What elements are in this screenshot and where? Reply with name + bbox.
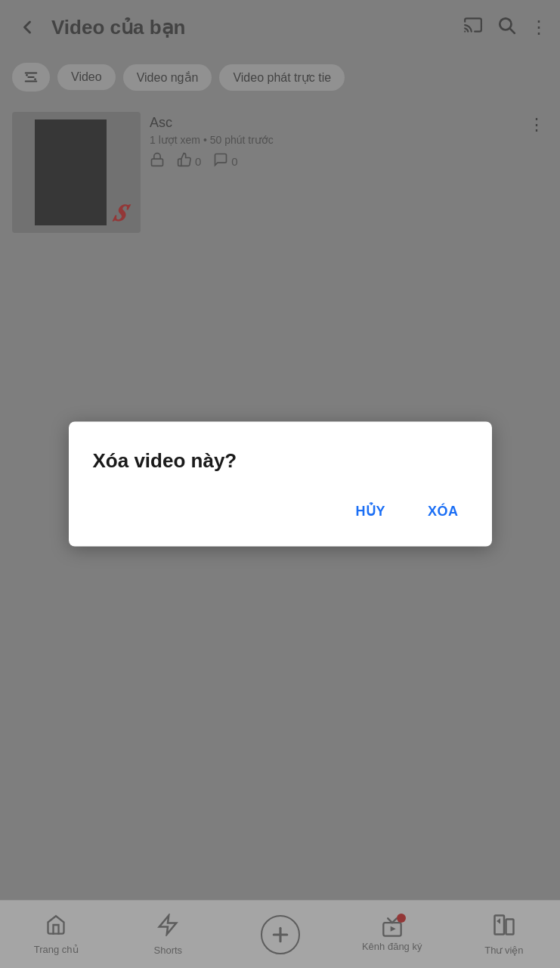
- delete-dialog: Xóa video này? HỦY XÓA: [69, 422, 492, 547]
- dialog-title: Xóa video này?: [93, 449, 468, 473]
- cancel-button[interactable]: HỦY: [346, 497, 394, 526]
- delete-button[interactable]: XÓA: [419, 497, 468, 526]
- dialog-actions: HỦY XÓA: [93, 497, 468, 526]
